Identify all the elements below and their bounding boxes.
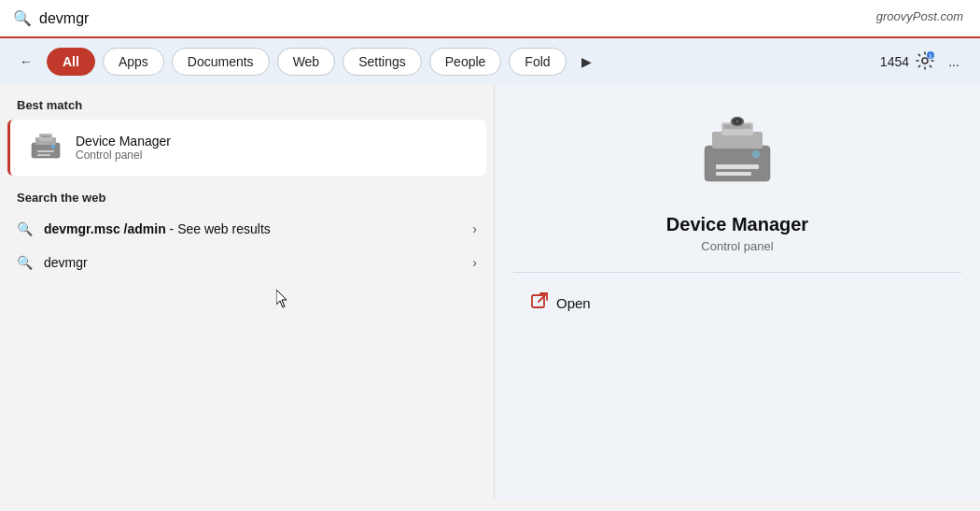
tab-apps[interactable]: Apps — [103, 48, 164, 76]
more-tabs-icon: ▶ — [581, 54, 592, 69]
best-match-label: Best match — [0, 85, 494, 120]
web-item-title-0: devmgr.msc /admin - See web results — [44, 221, 461, 236]
device-manager-large-icon — [695, 113, 779, 197]
search-bar-container: 🔍 — [0, 0, 980, 38]
filter-row: ← All Apps Documents Web Settings People… — [0, 38, 980, 85]
tab-web[interactable]: Web — [277, 48, 336, 76]
back-icon: ← — [20, 54, 33, 69]
options-button[interactable]: ... — [941, 49, 967, 75]
svg-rect-13 — [716, 172, 751, 176]
svg-rect-5 — [37, 150, 54, 152]
svg-point-19 — [735, 121, 739, 123]
best-match-subtitle: Control panel — [76, 149, 171, 162]
web-item-content-1: devmgr — [44, 255, 461, 270]
web-item-rest-0: - See web results — [170, 221, 271, 236]
web-item-bold-0: devmgr.msc /admin — [44, 221, 166, 236]
best-match-item[interactable]: Device Manager Control panel — [7, 120, 486, 176]
right-panel-title: Device Manager — [666, 214, 808, 235]
options-icon: ... — [948, 54, 959, 69]
chevron-right-icon-1: › — [472, 255, 477, 270]
svg-point-7 — [51, 145, 55, 149]
tab-documents[interactable]: Documents — [172, 48, 270, 76]
svg-rect-10 — [705, 146, 770, 181]
open-icon — [530, 291, 549, 315]
watermark: groovyPost.com — [876, 9, 963, 23]
tab-fold[interactable]: Fold — [509, 48, 566, 76]
tab-all[interactable]: All — [47, 48, 95, 76]
svg-point-0 — [922, 58, 928, 64]
right-panel-subtitle: Control panel — [701, 239, 773, 253]
search-input[interactable] — [39, 10, 967, 27]
right-panel-divider — [513, 272, 961, 273]
web-search-icon-1: 🔍 — [17, 255, 33, 270]
credits-number: 1454 — [880, 54, 909, 69]
credits-icon: 1 — [915, 50, 935, 74]
best-match-title: Device Manager — [76, 134, 171, 149]
tab-people[interactable]: People — [429, 48, 502, 76]
left-panel: Best match Device Manager Control panel — [0, 85, 495, 499]
web-item-title-1: devmgr — [44, 255, 461, 270]
svg-text:1: 1 — [930, 53, 932, 59]
web-search-icon-0: 🔍 — [17, 221, 33, 236]
web-item-0[interactable]: 🔍 devmgr.msc /admin - See web results › — [0, 212, 494, 246]
web-item-1[interactable]: 🔍 devmgr › — [0, 246, 494, 279]
svg-rect-9 — [41, 135, 50, 137]
web-item-content-0: devmgr.msc /admin - See web results — [44, 221, 461, 236]
search-bar: 🔍 — [13, 9, 967, 27]
svg-rect-12 — [716, 164, 759, 169]
back-button[interactable]: ← — [13, 49, 39, 75]
best-match-text: Device Manager Control panel — [76, 134, 171, 162]
chevron-right-icon-0: › — [472, 221, 477, 236]
web-item-text-1: devmgr — [44, 255, 88, 270]
tab-settings[interactable]: Settings — [343, 48, 422, 76]
main-content: Best match Device Manager Control panel — [0, 85, 980, 499]
search-icon: 🔍 — [13, 9, 32, 27]
open-button[interactable]: Open — [523, 286, 598, 320]
device-manager-list-icon — [27, 129, 64, 166]
more-tabs-button[interactable]: ▶ — [574, 49, 600, 75]
search-web-label: Search the web — [0, 177, 494, 212]
svg-rect-6 — [37, 154, 50, 156]
right-panel: Device Manager Control panel Open — [495, 85, 980, 499]
open-button-label: Open — [556, 295, 591, 311]
credits-area: 1454 1 ... — [880, 49, 967, 75]
svg-point-14 — [752, 150, 760, 158]
